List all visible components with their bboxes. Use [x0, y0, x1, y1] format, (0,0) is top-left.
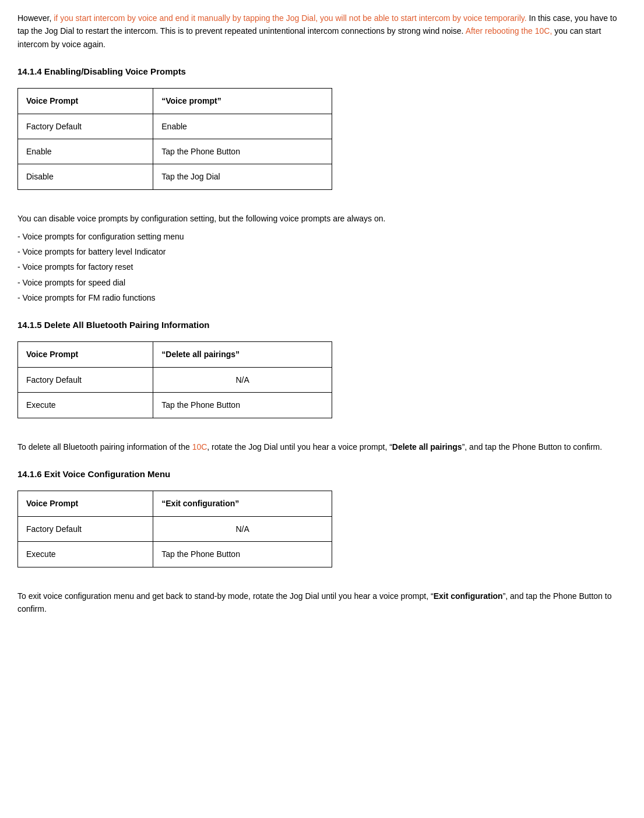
body-text-end: ”, and tap the Phone Button to confirm.: [462, 442, 602, 452]
col2-header: “Delete all pairings”: [153, 342, 332, 367]
table-row: Enable Tap the Phone Button: [18, 139, 332, 164]
section-141-6-heading: 14.1.6 Exit Voice Configuration Menu: [17, 467, 627, 481]
factory-default-label: Factory Default: [18, 367, 153, 392]
body-text-before: To exit voice configuration menu and get…: [17, 591, 434, 601]
table-row: Execute Tap the Phone Button: [18, 542, 332, 567]
voice-prompt-table-3: Voice Prompt “Exit configuration” Factor…: [17, 491, 332, 567]
section-141-4-body: You can disable voice prompts by configu…: [17, 212, 627, 225]
intro-text-before: However,: [17, 13, 54, 23]
body-text-after: , rotate the Jog Dial until you hear a v…: [207, 442, 392, 452]
highlight-10c: 10C: [192, 442, 207, 452]
factory-default-value: N/A: [153, 367, 332, 392]
body-text-before: To delete all Bluetooth pairing informat…: [17, 442, 192, 452]
col2-header: “Voice prompt”: [153, 89, 332, 114]
execute-value: Tap the Phone Button: [153, 393, 332, 418]
factory-default-label: Factory Default: [18, 516, 153, 541]
factory-default-value: Enable: [153, 114, 332, 139]
table-exit-config: Voice Prompt “Exit configuration” Factor…: [17, 491, 332, 567]
table-header-row: Voice Prompt “Voice prompt”: [18, 89, 332, 114]
factory-default-label: Factory Default: [18, 114, 153, 139]
col1-header: Voice Prompt: [18, 491, 153, 516]
intro-highlight-2: After rebooting the 10C,: [466, 26, 552, 36]
section-141-5-heading: 14.1.5 Delete All Bluetooth Pairing Info…: [17, 318, 627, 332]
list-item-3: - Voice prompts for factory reset: [17, 260, 627, 273]
section-141-4: 14.1.4 Enabling/Disabling Voice Prompts …: [17, 65, 627, 304]
table-voice-prompts-enable-disable: Voice Prompt “Voice prompt” Factory Defa…: [17, 88, 332, 190]
section-141-5: 14.1.5 Delete All Bluetooth Pairing Info…: [17, 318, 627, 453]
table-header-row: Voice Prompt “Delete all pairings”: [18, 342, 332, 367]
table-row: Factory Default N/A: [18, 367, 332, 392]
voice-prompt-table-1: Voice Prompt “Voice prompt” Factory Defa…: [17, 88, 332, 190]
bold-exit-config: Exit configuration: [434, 591, 503, 601]
disable-label: Disable: [18, 164, 153, 189]
intro-highlight-1: if you start intercom by voice and end i…: [54, 13, 526, 23]
col2-header: “Exit configuration”: [153, 491, 332, 516]
section-141-4-heading: 14.1.4 Enabling/Disabling Voice Prompts: [17, 65, 627, 79]
execute-label: Execute: [18, 542, 153, 567]
list-item-5: - Voice prompts for FM radio functions: [17, 291, 627, 304]
enable-label: Enable: [18, 139, 153, 164]
table-header-row: Voice Prompt “Exit configuration”: [18, 491, 332, 516]
list-item-4: - Voice prompts for speed dial: [17, 276, 627, 289]
col1-header: Voice Prompt: [18, 342, 153, 367]
intro-paragraph: However, if you start intercom by voice …: [17, 12, 627, 51]
execute-label: Execute: [18, 393, 153, 418]
enable-value: Tap the Phone Button: [153, 139, 332, 164]
col1-header: Voice Prompt: [18, 89, 153, 114]
execute-value: Tap the Phone Button: [153, 542, 332, 567]
voice-prompt-table-2: Voice Prompt “Delete all pairings” Facto…: [17, 341, 332, 418]
list-item-2: - Voice prompts for battery level Indica…: [17, 245, 627, 258]
factory-default-value: N/A: [153, 516, 332, 541]
table-row: Factory Default N/A: [18, 516, 332, 541]
section-141-6-body: To exit voice configuration menu and get…: [17, 590, 627, 616]
table-delete-pairings: Voice Prompt “Delete all pairings” Facto…: [17, 341, 332, 418]
table-row: Factory Default Enable: [18, 114, 332, 139]
list-item-1: - Voice prompts for configuration settin…: [17, 230, 627, 243]
disable-value: Tap the Jog Dial: [153, 164, 332, 189]
bold-delete-all: Delete all pairings: [392, 442, 462, 452]
section-141-6: 14.1.6 Exit Voice Configuration Menu Voi…: [17, 467, 627, 615]
section-141-5-body: To delete all Bluetooth pairing informat…: [17, 440, 627, 453]
table-row: Disable Tap the Jog Dial: [18, 164, 332, 189]
table-row: Execute Tap the Phone Button: [18, 393, 332, 418]
